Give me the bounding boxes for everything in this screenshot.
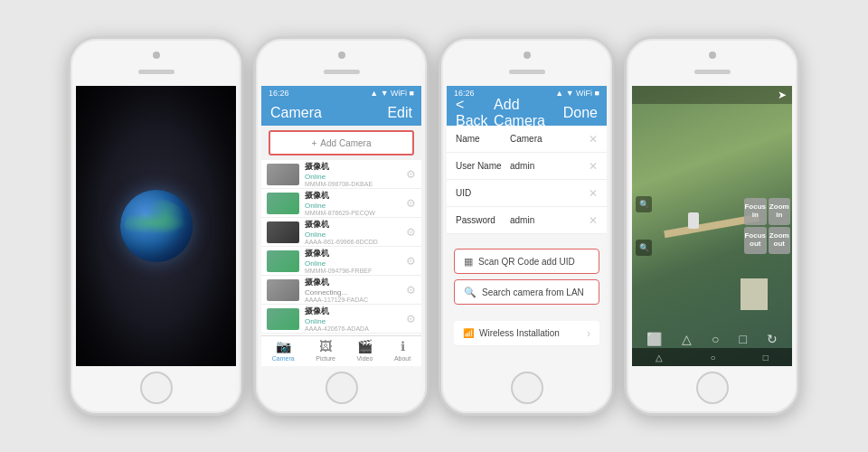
username-field-row: User Name admin ✕ <box>447 153 607 180</box>
vol-down-button-1[interactable] <box>68 179 70 206</box>
camera-status: Online <box>305 202 401 210</box>
list-item[interactable]: 摄像机 Online MMMM-098708-DKBAE ⚙ <box>261 160 421 189</box>
home-button-4[interactable] <box>696 372 729 404</box>
password-label: Password <box>456 215 510 225</box>
form-divider-1 <box>447 234 607 243</box>
about-nav-icon: ℹ <box>401 339 405 353</box>
vol-up-button-3[interactable] <box>439 146 440 173</box>
nav-about[interactable]: ℹ About <box>394 339 410 363</box>
search-lan-button[interactable]: 🔍 Search camera from LAN <box>454 279 599 305</box>
uid-clear-icon[interactable]: ✕ <box>589 187 598 200</box>
vol-mute-button-2[interactable] <box>253 120 255 138</box>
refresh-icon[interactable]: ↻ <box>767 332 778 346</box>
password-value[interactable]: admin <box>510 215 589 225</box>
camera-name: 摄像机 <box>305 306 401 317</box>
android-back[interactable]: △ <box>656 353 663 363</box>
focus-out-button[interactable]: Focus out <box>744 227 767 254</box>
vol-mute-button-1[interactable] <box>68 120 70 138</box>
home-button-2[interactable] <box>326 372 358 404</box>
vol-down-button-2[interactable] <box>253 179 255 206</box>
list-item[interactable]: 摄像机 Connecting... AAAA-117129-FADAC ⚙ <box>261 276 421 305</box>
splash-background <box>76 86 236 366</box>
speaker-3 <box>509 70 545 74</box>
home-button-3[interactable] <box>511 372 543 404</box>
camera-thumbnail <box>267 193 299 214</box>
vol-mute-button-3[interactable] <box>439 120 440 138</box>
recent-nav-icon[interactable]: □ <box>739 332 746 346</box>
scan-qr-button[interactable]: ▦ Scan QR Code add UID <box>454 249 599 274</box>
home-button-1[interactable] <box>140 372 173 404</box>
front-camera-2 <box>338 52 345 59</box>
side-button-1[interactable] <box>242 129 244 156</box>
wireless-installation-button[interactable]: 📶 Wireless Installation › <box>454 321 599 346</box>
camera-list: + Add Camera 摄像机 Online MMMM-098708-DKBA… <box>261 126 421 335</box>
side-button-4[interactable] <box>798 129 800 156</box>
name-label: Name <box>456 134 510 144</box>
zoom-in-button[interactable]: Zoom in <box>769 198 791 225</box>
add-camera-button[interactable]: + Add Camera <box>269 130 414 155</box>
zoom-out-button[interactable]: Zoom out <box>769 227 791 254</box>
phone-4: ➤ 🔍 🔍 Focus in Zoom in Focus out Zoom ou… <box>624 36 800 416</box>
camera-info: 摄像机 Online AAAA-861-69966-6DCDD <box>305 219 401 245</box>
settings-icon[interactable]: ⚙ <box>406 197 416 210</box>
password-field-row: Password admin ✕ <box>447 207 607 234</box>
list-item[interactable]: 摄像机 Online MMMM-876629-PECQW ⚙ <box>261 189 421 218</box>
ptz-controls: Focus in Zoom in Focus out Zoom out <box>742 86 792 366</box>
settings-icon[interactable]: ⚙ <box>406 226 416 239</box>
list-item[interactable]: 摄像机 Online AAAA-861-69966-6DCDD ⚙ <box>261 218 421 247</box>
uid-field-row: UID ✕ <box>447 180 607 207</box>
vol-up-button-4[interactable] <box>624 146 626 173</box>
edit-button-2[interactable]: Edit <box>387 105 412 121</box>
list-item[interactable]: 摄像机 Online AAAA-420676-ADADA ⚙ <box>261 305 421 334</box>
phone-2: 16:26 ▲ ▼ WiFi ■ Camera Edit + Add Camer… <box>253 36 429 416</box>
video-nav-icon: 🎬 <box>357 339 373 353</box>
side-button-2[interactable] <box>428 129 429 156</box>
focus-in-button[interactable]: Focus in <box>744 198 767 225</box>
settings-icon[interactable]: ⚙ <box>406 255 416 268</box>
android-home[interactable]: ○ <box>710 353 715 363</box>
side-button-3[interactable] <box>613 129 615 156</box>
list-item[interactable]: 摄像机 Online MMMM-094798-FRBEF ⚙ <box>261 247 421 276</box>
camera-status: Online <box>305 231 401 239</box>
settings-icon[interactable]: ⚙ <box>406 313 416 325</box>
camera-uid: AAAA-861-69966-6DCDD <box>305 239 401 245</box>
settings-icon[interactable]: ⚙ <box>406 284 416 297</box>
vol-down-button-3[interactable] <box>439 179 440 206</box>
username-value[interactable]: admin <box>510 161 589 171</box>
phone-top-bar-3 <box>441 39 612 86</box>
wireless-label: Wireless Installation <box>479 328 560 338</box>
home-nav-icon[interactable]: ○ <box>712 332 719 346</box>
ptz-zoom-indicator-top[interactable]: 🔍 <box>636 196 652 212</box>
vol-down-button-4[interactable] <box>624 179 626 206</box>
ptz-left-controls: 🔍 🔍 <box>636 196 652 256</box>
vol-up-button-2[interactable] <box>253 146 255 173</box>
add-camera-form: Name Camera ✕ User Name admin ✕ UID ✕ Pa… <box>447 126 607 366</box>
camera-info: 摄像机 Online MMMM-876629-PECQW <box>305 190 401 216</box>
ptz-zoom-indicator-bottom[interactable]: 🔍 <box>636 240 652 256</box>
signal-icons-2: ▲ ▼ WiFi ■ <box>370 89 414 98</box>
username-clear-icon[interactable]: ✕ <box>589 160 598 173</box>
camera-thumbnail <box>267 221 299 243</box>
android-recent[interactable]: □ <box>763 353 769 363</box>
vol-up-button-1[interactable] <box>68 146 70 173</box>
nav-video[interactable]: 🎬 Video <box>357 339 373 363</box>
settings-icon[interactable]: ⚙ <box>406 168 416 181</box>
name-value[interactable]: Camera <box>510 134 589 144</box>
live-view-background: ➤ 🔍 🔍 Focus in Zoom in Focus out Zoom ou… <box>632 86 792 366</box>
about-nav-label: About <box>394 355 410 362</box>
password-clear-icon[interactable]: ✕ <box>589 214 598 227</box>
add-camera-label: Add Camera <box>320 138 371 148</box>
nav-picture[interactable]: 🖼 Picture <box>316 339 335 363</box>
back-nav-icon[interactable]: △ <box>682 332 692 346</box>
add-icon: + <box>312 138 317 148</box>
nav-camera[interactable]: 📷 Camera <box>272 339 295 363</box>
camera-thumbnail <box>267 308 299 330</box>
name-field-row: Name Camera ✕ <box>447 126 607 153</box>
name-clear-icon[interactable]: ✕ <box>589 133 598 146</box>
back-button-3[interactable]: < Back <box>456 97 494 129</box>
speaker-4 <box>694 70 731 74</box>
fullscreen-icon[interactable]: ⬜ <box>646 332 662 346</box>
done-button-3[interactable]: Done <box>563 105 598 121</box>
camera-status: Online <box>305 173 401 181</box>
vol-mute-button-4[interactable] <box>624 120 626 138</box>
